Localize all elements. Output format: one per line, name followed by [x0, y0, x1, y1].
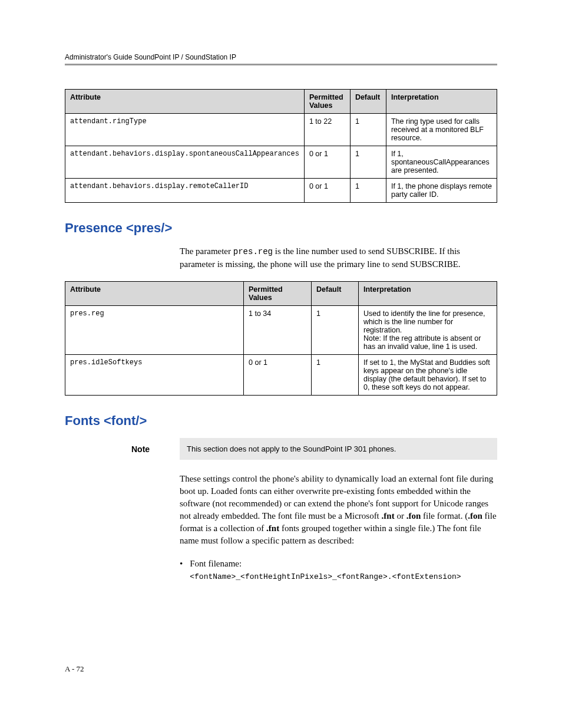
table-row: attendant.behaviors.display.spontaneousC… [65, 146, 497, 179]
bullet-font-filename: • Font filename: <fontName>_<fontHeightI… [180, 558, 497, 582]
attendant-table: Attribute Permitted Values Default Inter… [65, 89, 497, 203]
bold-fnt: .fnt [266, 523, 279, 533]
cell-interp: If 1, spontaneousCallAppearances are pre… [386, 146, 497, 179]
bullet-mono: <fontName>_<fontHeightInPixels>_<fontRan… [190, 572, 461, 581]
cell-permitted: 0 or 1 [244, 354, 312, 395]
para-part1: The parameter [180, 246, 233, 256]
para-seg: or [395, 511, 406, 521]
running-header: Administrator's Guide SoundPoint IP / So… [65, 53, 497, 61]
bold-fon: .fon [406, 511, 421, 521]
bullet-content: Font filename: <fontName>_<fontHeightInP… [190, 558, 461, 582]
cell-attr: attendant.behaviors.display.remoteCaller… [65, 179, 305, 203]
th-default: Default [312, 281, 359, 305]
code-pres-reg: pres.reg [233, 247, 273, 256]
fonts-heading: Fonts <font/> [65, 413, 497, 429]
bullet-label: Font filename: [190, 559, 242, 568]
note-label: Note [131, 444, 150, 455]
cell-default: 1 [350, 179, 386, 203]
table-row: pres.idleSoftkeys 0 or 1 1 If set to 1, … [65, 354, 497, 395]
bold-fon: .fon [468, 511, 482, 521]
cell-attr: pres.reg [65, 305, 244, 354]
cell-interp: If set to 1, the MyStat and Buddies soft… [359, 354, 497, 395]
bold-fnt: .fnt [382, 511, 395, 521]
presence-paragraph: The parameter pres.reg is the line numbe… [180, 245, 497, 271]
cell-permitted: 1 to 34 [244, 305, 312, 354]
cell-default: 1 [350, 114, 386, 146]
table-row: pres.reg 1 to 34 1 Used to identify the … [65, 305, 497, 354]
presence-heading: Presence <pres/> [65, 220, 497, 236]
page-number: A - 72 [65, 664, 84, 674]
cell-permitted: 0 or 1 [304, 179, 350, 203]
bullet-icon: • [180, 558, 183, 582]
presence-table: Attribute Permitted Values Default Inter… [65, 281, 497, 396]
para-seg: file format. ( [421, 511, 468, 521]
th-attribute: Attribute [65, 281, 244, 305]
table-row: attendant.behaviors.display.remoteCaller… [65, 179, 497, 203]
cell-interp: If 1, the phone displays remote party ca… [386, 179, 497, 203]
th-interpretation: Interpretation [386, 90, 497, 114]
cell-interp: Used to identify the line for presence, … [359, 305, 497, 354]
table-row: attendant.ringType 1 to 22 1 The ring ty… [65, 114, 497, 146]
table-header-row: Attribute Permitted Values Default Inter… [65, 90, 497, 114]
cell-default: 1 [312, 305, 359, 354]
note-text: This section does not apply to the Sound… [187, 444, 396, 453]
fonts-paragraph: These settings control the phone's abili… [180, 473, 497, 547]
cell-attr: attendant.ringType [65, 114, 305, 146]
note-box: Note This section does not apply to the … [180, 438, 497, 460]
table-header-row: Attribute Permitted Values Default Inter… [65, 281, 497, 305]
th-default: Default [350, 90, 386, 114]
header-rule [65, 64, 497, 65]
cell-permitted: 1 to 22 [304, 114, 350, 146]
cell-permitted: 0 or 1 [304, 146, 350, 179]
cell-attr: attendant.behaviors.display.spontaneousC… [65, 146, 305, 179]
th-permitted: Permitted Values [304, 90, 350, 114]
th-attribute: Attribute [65, 90, 305, 114]
th-permitted: Permitted Values [244, 281, 312, 305]
th-interpretation: Interpretation [359, 281, 497, 305]
cell-default: 1 [312, 354, 359, 395]
cell-attr: pres.idleSoftkeys [65, 354, 244, 395]
cell-default: 1 [350, 146, 386, 179]
cell-interp: The ring type used for calls received at… [386, 114, 497, 146]
